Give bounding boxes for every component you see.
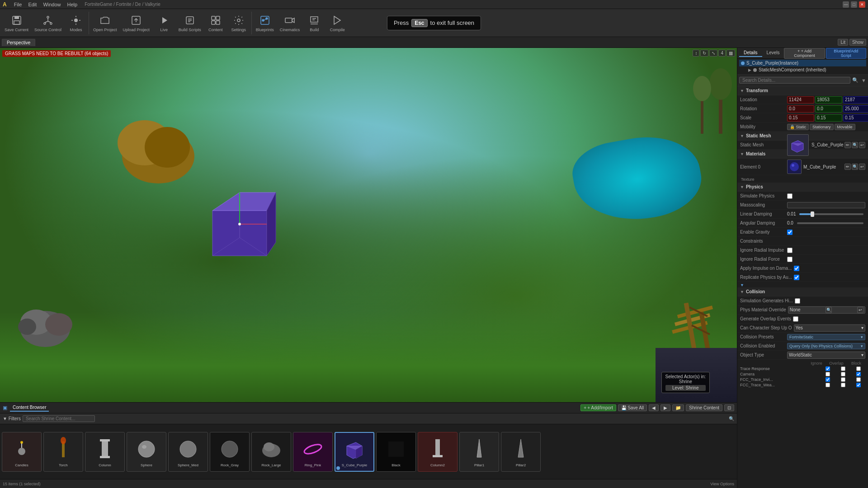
angular-damping-val[interactable]: 0.0 <box>787 221 793 225</box>
rotation-x[interactable]: 0.0 <box>787 105 814 113</box>
collision-section-header[interactable]: ▼ Collision <box>737 287 868 296</box>
phys-mat-reset[interactable]: ↩ <box>857 307 863 313</box>
asset-item[interactable]: Column <box>85 432 125 472</box>
asset-item[interactable]: Candles <box>2 432 42 472</box>
filters-dropdown[interactable]: ▼ Filters <box>3 416 21 421</box>
component-item[interactable]: ▶ StaticMeshComponent (Inherited) <box>739 66 866 73</box>
scale-y[interactable]: 0.15 <box>815 114 842 122</box>
physics-section-header[interactable]: ▼ Physics <box>737 183 868 192</box>
massscaling-input[interactable] <box>787 202 865 208</box>
location-y[interactable]: 18053 <box>815 96 842 103</box>
can-step-dropdown[interactable]: Yes ▾ <box>794 324 866 332</box>
viewport-tab-perspective[interactable]: Perspective <box>2 39 35 46</box>
ignore-radial-force-checkbox[interactable] <box>787 257 793 262</box>
window-maximize[interactable]: □ <box>851 1 857 8</box>
vp-camera-speed[interactable]: 4 <box>718 50 726 56</box>
angular-damping-slider[interactable] <box>797 222 863 224</box>
cr-trace-overlap[interactable] <box>841 366 845 371</box>
asset-item[interactable]: Pillar1 <box>459 432 499 472</box>
3d-viewport[interactable]: GRASS MAPS NEED TO BE REBUILT (64 object… <box>0 48 737 402</box>
location-z[interactable]: 2187 <box>843 96 868 103</box>
cr-camera-ignore[interactable] <box>826 372 830 376</box>
blueprints-button[interactable]: Blueprints <box>253 10 277 36</box>
scale-x[interactable]: 0.15 <box>787 114 814 122</box>
rotation-y[interactable]: 0.0 <box>815 105 842 113</box>
open-project-button[interactable]: Open Project <box>90 10 120 36</box>
transform-section-header[interactable]: ▼ Transform <box>737 86 868 95</box>
mesh-reset-btn[interactable]: ↩ <box>859 142 865 148</box>
linear-damping-val[interactable]: 0.01 <box>787 211 796 216</box>
add-import-button[interactable]: + + Add/Import <box>580 404 616 411</box>
cr-fcc2-block[interactable] <box>856 383 861 387</box>
nav-forward-btn[interactable]: ▶ <box>660 404 670 411</box>
show-btn[interactable]: Show <box>849 39 866 46</box>
lit-btn[interactable]: Lit <box>838 39 848 46</box>
maximize-cb-btn[interactable]: ⊡ <box>724 404 734 411</box>
cr-trace-ignore[interactable] <box>826 366 830 371</box>
mobility-static-btn[interactable]: 🔒 Static <box>787 124 809 130</box>
physics-more-btn[interactable]: ▼ <box>737 282 747 288</box>
upload-project-button[interactable]: Upload Project <box>120 10 152 36</box>
content-button[interactable]: Content <box>204 10 227 36</box>
menu-item-help[interactable]: Help <box>65 2 80 7</box>
mobility-stationary-btn[interactable]: Stationary <box>810 124 834 130</box>
asset-item[interactable]: Ring_Pink <box>293 432 333 472</box>
asset-item[interactable]: Rock_Large <box>251 432 291 472</box>
phys-mat-browse[interactable]: 🔍 <box>826 307 832 313</box>
menu-item-window[interactable]: Window <box>40 2 63 7</box>
cr-camera-block[interactable] <box>856 372 861 376</box>
simulate-physics-checkbox[interactable] <box>787 193 793 199</box>
nav-back-btn[interactable]: ◀ <box>649 404 659 411</box>
asset-item[interactable]: Rock_Gray <box>210 432 250 472</box>
blueprint-add-script-button[interactable]: Blueprint/Add Script <box>826 48 867 59</box>
rotation-z[interactable]: 25.000 <box>843 105 868 113</box>
generate-overlap-checkbox[interactable] <box>793 316 798 322</box>
menu-item-file[interactable]: File <box>11 2 25 7</box>
asset-item-selected[interactable]: S_Cube_Purple <box>335 432 374 472</box>
compile-button[interactable]: Compile <box>326 10 349 36</box>
scale-z[interactable]: 0.15 <box>843 114 868 122</box>
mat-reset-btn[interactable]: ↩ <box>859 164 865 170</box>
vp-grid[interactable]: ▦ <box>726 50 735 56</box>
cr-fcc1-overlap[interactable] <box>841 377 845 382</box>
asset-item[interactable]: Sphere_Med <box>168 432 208 472</box>
apply-impulse-checkbox[interactable] <box>794 266 799 271</box>
mat-edit-btn[interactable]: ✏ <box>844 164 851 170</box>
modes-button[interactable]: Modes <box>65 10 87 36</box>
tab-details[interactable]: Details <box>739 49 762 57</box>
asset-item[interactable]: Sphere <box>127 432 166 472</box>
asset-item[interactable]: Pillar2 <box>501 432 541 472</box>
asset-item[interactable]: Column2 <box>418 432 458 472</box>
window-close[interactable]: ✕ <box>859 1 865 8</box>
content-browser-tab[interactable]: Content Browser <box>10 404 49 412</box>
source-control-button[interactable]: Source Control <box>32 10 64 36</box>
ignore-radial-impulse-checkbox[interactable] <box>787 248 793 253</box>
live-button[interactable]: Live <box>153 10 175 36</box>
content-search-input[interactable] <box>23 415 95 422</box>
sim-generates-checkbox[interactable] <box>795 298 800 304</box>
vp-tool-translate[interactable]: ↕ <box>693 50 699 56</box>
collision-presets-dropdown[interactable]: FortniteStatic ▾ <box>787 334 865 340</box>
object-type-dropdown[interactable]: WorldStatic ▾ <box>787 352 865 359</box>
details-search-input[interactable] <box>739 77 850 84</box>
view-options-btn[interactable]: View Options <box>710 482 734 486</box>
vp-tool-rotate[interactable]: ↻ <box>700 50 708 56</box>
cr-fcc1-ignore[interactable] <box>826 377 830 382</box>
cr-camera-overlap[interactable] <box>841 372 845 376</box>
enable-gravity-checkbox[interactable] <box>787 230 793 235</box>
save-current-button[interactable]: Save Current <box>2 10 31 36</box>
linear-damping-slider[interactable] <box>799 213 863 215</box>
add-component-button[interactable]: + + Add Component <box>784 48 825 59</box>
asset-item[interactable]: Black <box>376 432 416 472</box>
vp-tool-scale[interactable]: ⤡ <box>709 50 717 56</box>
actor-root-item[interactable]: S_Cube_Purple(Instance) <box>739 60 866 66</box>
collision-enabled-dropdown[interactable]: Query Only (No Physics Collisions) ▾ <box>787 343 865 349</box>
slider-thumb[interactable] <box>811 211 814 217</box>
window-minimize[interactable]: — <box>843 1 849 8</box>
replicate-physics-checkbox[interactable] <box>794 275 799 280</box>
cr-fcc2-overlap[interactable] <box>841 383 845 387</box>
cinematics-button[interactable]: Cinematics <box>277 10 303 36</box>
cr-trace-block[interactable] <box>856 366 861 371</box>
location-x[interactable]: 11424 <box>787 96 814 103</box>
purple-cube-actor[interactable] <box>194 174 285 274</box>
